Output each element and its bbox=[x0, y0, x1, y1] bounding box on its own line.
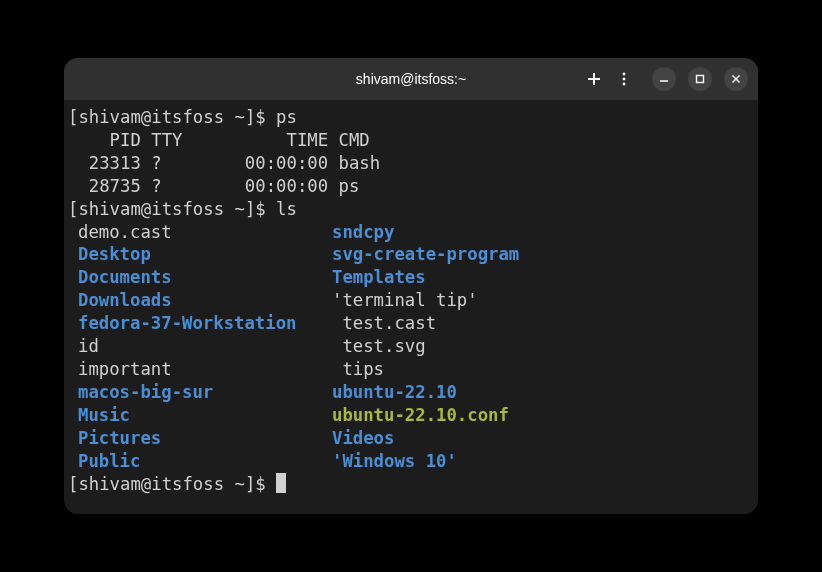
ls-item: id bbox=[68, 335, 332, 358]
ps-row: 23313 ? 00:00:00 bash bbox=[68, 153, 380, 173]
ls-item: 'Windows 10' bbox=[332, 450, 754, 473]
svg-point-2 bbox=[623, 73, 626, 76]
ls-row: demo.castsndcpy bbox=[68, 221, 754, 244]
prompt-line-2: [shivam@itsfoss ~]$ ls bbox=[68, 199, 297, 219]
terminal-window: shivam@itsfoss:~ bbox=[64, 58, 758, 514]
ls-row: important tips bbox=[68, 358, 754, 381]
ls-item: Videos bbox=[332, 427, 754, 450]
close-button[interactable] bbox=[724, 67, 748, 91]
ls-row: id test.svg bbox=[68, 335, 754, 358]
maximize-button[interactable] bbox=[688, 67, 712, 91]
window-controls bbox=[652, 67, 748, 91]
ls-listing: demo.castsndcpyDesktopsvg-create-program… bbox=[68, 221, 754, 473]
ls-item: demo.cast bbox=[68, 221, 332, 244]
ls-item: tips bbox=[332, 358, 754, 381]
command-ls: ls bbox=[276, 199, 297, 219]
svg-point-4 bbox=[623, 83, 626, 86]
ls-item: ubuntu-22.10 bbox=[332, 381, 754, 404]
ls-row: Desktopsvg-create-program bbox=[68, 243, 754, 266]
svg-rect-6 bbox=[697, 76, 704, 83]
ls-item: Templates bbox=[332, 266, 754, 289]
ls-item: macos-big-sur bbox=[68, 381, 332, 404]
ls-item: sndcpy bbox=[332, 221, 754, 244]
ls-row: macos-big-surubuntu-22.10 bbox=[68, 381, 754, 404]
command-ps: ps bbox=[276, 107, 297, 127]
ls-row: Musicubuntu-22.10.conf bbox=[68, 404, 754, 427]
ls-item: Documents bbox=[68, 266, 332, 289]
ls-item: Music bbox=[68, 404, 332, 427]
titlebar: shivam@itsfoss:~ bbox=[64, 58, 758, 100]
ps-header: PID TTY TIME CMD bbox=[68, 130, 370, 150]
ls-item: fedora-37-Workstation bbox=[68, 312, 332, 335]
svg-point-3 bbox=[623, 78, 626, 81]
ls-item: Public bbox=[68, 450, 332, 473]
prompt-line-3: [shivam@itsfoss ~]$ bbox=[68, 474, 276, 494]
titlebar-controls bbox=[586, 67, 748, 91]
ls-row: fedora-37-Workstation test.cast bbox=[68, 312, 754, 335]
ls-item: Downloads bbox=[68, 289, 332, 312]
ls-item: important bbox=[68, 358, 332, 381]
ls-item: Pictures bbox=[68, 427, 332, 450]
ls-item: test.svg bbox=[332, 335, 754, 358]
new-tab-button[interactable] bbox=[586, 71, 602, 87]
menu-button[interactable] bbox=[616, 71, 632, 87]
ls-item: svg-create-program bbox=[332, 243, 754, 266]
prompt-line-1: [shivam@itsfoss ~]$ ps bbox=[68, 107, 297, 127]
ls-item: Desktop bbox=[68, 243, 332, 266]
ls-item: 'terminal tip' bbox=[332, 289, 754, 312]
ls-row: Downloads'terminal tip' bbox=[68, 289, 754, 312]
ls-row: Public'Windows 10' bbox=[68, 450, 754, 473]
ls-row: PicturesVideos bbox=[68, 427, 754, 450]
ls-item: test.cast bbox=[332, 312, 754, 335]
terminal-output[interactable]: [shivam@itsfoss ~]$ ps PID TTY TIME CMD … bbox=[64, 100, 758, 501]
window-title: shivam@itsfoss:~ bbox=[356, 71, 466, 87]
ls-item: ubuntu-22.10.conf bbox=[332, 404, 754, 427]
cursor-icon bbox=[276, 473, 286, 493]
ps-row: 28735 ? 00:00:00 ps bbox=[68, 176, 359, 196]
ls-row: DocumentsTemplates bbox=[68, 266, 754, 289]
minimize-button[interactable] bbox=[652, 67, 676, 91]
